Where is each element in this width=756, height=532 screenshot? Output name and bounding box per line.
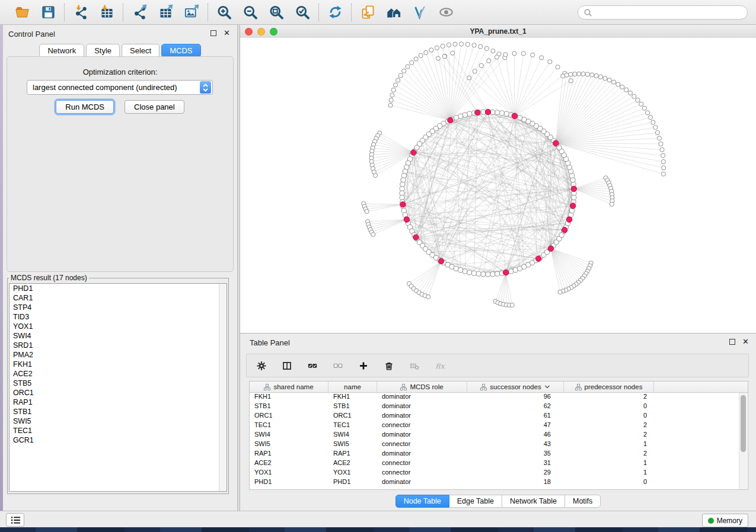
toolbar-button-vizmap-pen[interactable] [411, 4, 429, 21]
mcds-result-item[interactable]: ORC1 [9, 388, 227, 398]
table-toolbar-button-add-column[interactable] [355, 357, 372, 374]
zoom-out-icon [243, 4, 259, 20]
cell-shared-name: ACE2 [250, 459, 328, 469]
mcds-result-item[interactable]: TID3 [9, 312, 227, 322]
tab-node-table[interactable]: Node Table [395, 495, 449, 508]
table-toolbar-button-deselect-all-checks[interactable] [329, 357, 347, 374]
criterion-dropdown[interactable]: largest connected component (undirected) [27, 80, 213, 95]
toolbar-button-refresh-layout[interactable] [326, 4, 344, 21]
search-icon [583, 8, 592, 17]
cell-successor-nodes: 62 [467, 402, 564, 412]
tab-network-table[interactable]: Network Table [502, 495, 565, 508]
table-toolbar-button-settings-gear[interactable] [253, 357, 270, 374]
mcds-result-item[interactable]: RAP1 [9, 398, 227, 407]
column-header-shared-name[interactable]: shared name [250, 382, 328, 392]
toolbar-button-zoom-in[interactable] [215, 4, 233, 21]
cell-predecessor-nodes: 0 [564, 402, 654, 412]
search-field[interactable] [578, 5, 748, 20]
run-mcds-button[interactable]: Run MCDS [56, 100, 114, 114]
mcds-result-item[interactable]: STB5 [9, 379, 227, 388]
search-input[interactable] [595, 8, 742, 17]
table-toolbar-button-split-panel[interactable] [278, 357, 296, 374]
mcds-result-item[interactable]: PHD1 [9, 284, 227, 293]
mcds-result-item[interactable]: ACE2 [9, 369, 227, 379]
mcds-result-item[interactable]: PMA2 [9, 350, 227, 360]
toolbar-button-clone-network[interactable] [359, 4, 377, 21]
table-row[interactable]: STB1STB1dominator620 [250, 402, 748, 412]
mcds-result-list[interactable]: PHD1CAR1STP4TID3YOX1SWI4SRD1PMA2FKH1ACE2… [9, 283, 227, 492]
tab-edge-table[interactable]: Edge Table [449, 495, 502, 508]
export-image-icon [184, 4, 200, 20]
column-header-predecessor-nodes[interactable]: predecessor nodes [564, 382, 654, 392]
task-history-button[interactable] [6, 513, 24, 527]
cell-name: ACE2 [328, 459, 377, 469]
tab-select[interactable]: Select [122, 44, 160, 57]
toolbar-button-zoom-out[interactable] [241, 4, 259, 21]
toolbar-button-export-network[interactable] [130, 4, 148, 21]
cell-shared-name: STB1 [250, 402, 328, 412]
minimize-window-icon[interactable] [257, 28, 265, 36]
toolbar-button-open-folder[interactable] [13, 4, 31, 21]
table-row[interactable]: SWI5SWI5connector431 [250, 440, 748, 450]
mcds-result-item[interactable]: STP4 [9, 303, 227, 312]
mcds-result-item[interactable]: SWI5 [9, 416, 227, 426]
network-graph[interactable] [240, 38, 756, 333]
float-table-panel-icon[interactable] [729, 339, 735, 345]
toolbar-button-zoom-fit[interactable] [267, 4, 285, 21]
toolbar-button-save[interactable] [39, 4, 57, 21]
table-row[interactable]: FKH1FKH1dominator962 [250, 393, 748, 402]
toolbar-button-export-image[interactable] [183, 4, 200, 21]
toolbar-button-zoom-selected[interactable] [294, 4, 311, 21]
close-panel-button[interactable]: Close panel [125, 100, 184, 114]
cell-MCDS-role: dominator [377, 478, 467, 488]
mcds-result-item[interactable]: YOX1 [9, 322, 227, 331]
toolbar-button-export-table[interactable] [157, 4, 174, 21]
toolbar-button-import-table[interactable] [98, 4, 116, 21]
close-panel-icon[interactable]: ✕ [224, 30, 230, 36]
zoom-window-icon[interactable] [270, 28, 277, 36]
namespace-icon [575, 384, 582, 390]
float-panel-icon[interactable] [210, 30, 216, 36]
table-row[interactable]: ORC1ORC1dominator610 [250, 412, 748, 421]
table-scrollbar-thumb[interactable] [741, 395, 746, 452]
tab-motifs[interactable]: Motifs [565, 495, 601, 508]
tab-network[interactable]: Network [39, 44, 84, 57]
cell-successor-nodes: 96 [467, 393, 564, 402]
toolbar-button-cybrowser-home[interactable] [385, 4, 403, 21]
cell-shared-name: SWI5 [250, 440, 328, 450]
tab-mcds[interactable]: MCDS [161, 44, 200, 57]
namespace-icon [400, 384, 407, 390]
mcds-result-item[interactable]: FKH1 [9, 360, 227, 369]
network-canvas[interactable] [240, 38, 756, 333]
mcds-result-item[interactable]: SRD1 [9, 341, 227, 350]
table-row[interactable]: YOX1YOX1connector291 [250, 469, 748, 478]
table-toolbar-button-select-all-checks[interactable] [304, 357, 321, 374]
table-row[interactable]: SWI4SWI4dominator462 [250, 431, 748, 440]
mcds-result-item[interactable]: GCR1 [9, 435, 227, 445]
table-row[interactable]: RAP1RAP1dominator352 [250, 450, 748, 459]
close-window-icon[interactable] [245, 28, 253, 36]
memory-button[interactable]: Memory [702, 514, 748, 527]
mcds-result-item[interactable]: TEC1 [9, 426, 227, 435]
table-row[interactable]: ACE2ACE2connector311 [250, 459, 748, 469]
table-scrollbar[interactable] [739, 393, 747, 489]
tab-style[interactable]: Style [86, 44, 120, 57]
mcds-list-scrollbar[interactable] [219, 284, 227, 491]
cell-shared-name: RAP1 [250, 450, 328, 459]
table-row[interactable]: TEC1TEC1connector472 [250, 421, 748, 431]
mcds-result-item[interactable]: SWI4 [9, 331, 227, 341]
column-header-name[interactable]: name [328, 382, 377, 392]
column-header-successor-nodes[interactable]: successor nodes [467, 382, 564, 392]
table-row[interactable]: PHD1PHD1dominator180 [250, 478, 748, 488]
table-panel: Table Panel ✕ f(x) shared namenameMCDS r… [240, 333, 756, 511]
mcds-result-item[interactable]: CAR1 [9, 293, 227, 303]
network-window-titlebar[interactable]: YPA_prune.txt_1 [240, 25, 756, 39]
toolbar-button-import-network[interactable] [72, 4, 90, 21]
table-toolbar-button-delete-column[interactable] [380, 357, 398, 374]
status-bar: Memory [0, 511, 756, 527]
column-header-MCDS-role[interactable]: MCDS role [377, 382, 467, 392]
table-toolbar-button-function-builder: f(x) [431, 357, 449, 374]
close-table-panel-icon[interactable]: ✕ [742, 339, 749, 345]
cell-predecessor-nodes: 1 [564, 459, 654, 469]
mcds-result-item[interactable]: STB1 [9, 407, 227, 416]
